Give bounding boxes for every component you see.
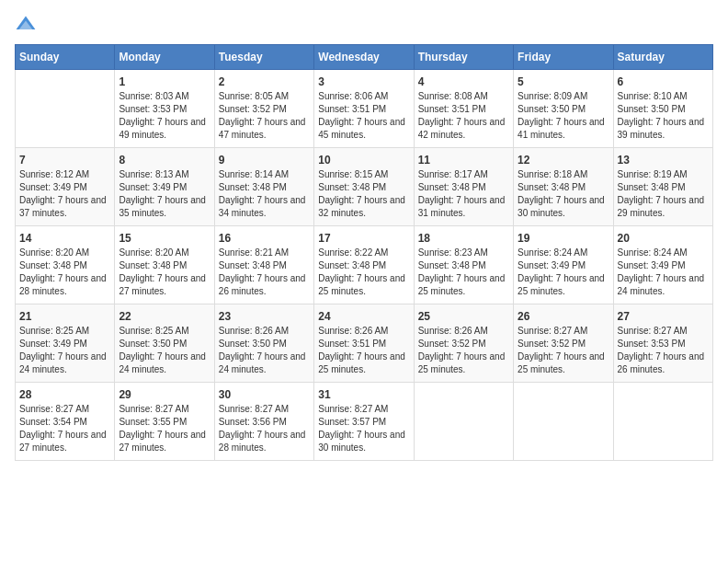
cell-sunset: Sunset: 3:48 PM: [19, 259, 110, 272]
calendar-cell: 27Sunrise: 8:27 AMSunset: 3:53 PMDayligh…: [613, 304, 712, 383]
cell-daylight: Daylight: 7 hours and 37 minutes.: [19, 194, 110, 220]
cell-daylight: Daylight: 7 hours and 30 minutes.: [318, 429, 409, 454]
calendar-cell: 31Sunrise: 8:27 AMSunset: 3:57 PMDayligh…: [314, 383, 414, 461]
cell-date: 11: [418, 154, 509, 167]
calendar-cell: 17Sunrise: 8:22 AMSunset: 3:48 PMDayligh…: [314, 226, 414, 304]
cell-daylight: Daylight: 7 hours and 24 minutes.: [119, 350, 210, 376]
calendar-week-row: 28Sunrise: 8:27 AMSunset: 3:54 PMDayligh…: [16, 383, 713, 461]
cell-daylight: Daylight: 7 hours and 25 minutes.: [318, 272, 409, 298]
cell-sunrise: Sunrise: 8:21 AM: [219, 247, 310, 259]
calendar-cell: 6Sunrise: 8:10 AMSunset: 3:50 PMDaylight…: [613, 70, 712, 148]
logo-icon: [15, 15, 37, 37]
cell-sunrise: Sunrise: 8:24 AM: [618, 247, 709, 259]
cell-date: 21: [19, 310, 110, 323]
calendar-cell: 26Sunrise: 8:27 AMSunset: 3:52 PMDayligh…: [514, 304, 613, 383]
cell-sunset: Sunset: 3:49 PM: [518, 259, 609, 272]
cell-sunrise: Sunrise: 8:26 AM: [418, 325, 509, 338]
cell-sunrise: Sunrise: 8:25 AM: [19, 325, 110, 338]
cell-sunset: Sunset: 3:53 PM: [119, 103, 210, 116]
cell-sunset: Sunset: 3:57 PM: [318, 416, 409, 429]
cell-date: 6: [618, 75, 709, 88]
calendar-cell: 16Sunrise: 8:21 AMSunset: 3:48 PMDayligh…: [214, 226, 313, 304]
cell-daylight: Daylight: 7 hours and 27 minutes.: [119, 429, 210, 454]
calendar-table: SundayMondayTuesdayWednesdayThursdayFrid…: [15, 44, 713, 461]
cell-date: 13: [618, 154, 709, 167]
cell-date: 22: [119, 310, 210, 323]
cell-date: 5: [518, 75, 609, 88]
cell-date: 12: [518, 154, 609, 167]
cell-sunrise: Sunrise: 8:27 AM: [219, 403, 310, 416]
cell-daylight: Daylight: 7 hours and 24 minutes.: [19, 350, 110, 376]
cell-date: 18: [418, 232, 509, 245]
cell-date: 1: [119, 75, 210, 88]
cell-sunset: Sunset: 3:55 PM: [119, 416, 210, 429]
calendar-cell: [16, 70, 115, 148]
calendar-cell: 20Sunrise: 8:24 AMSunset: 3:49 PMDayligh…: [613, 226, 712, 304]
cell-sunrise: Sunrise: 8:22 AM: [318, 247, 409, 259]
cell-date: 23: [219, 310, 310, 323]
calendar-cell: 29Sunrise: 8:27 AMSunset: 3:55 PMDayligh…: [115, 383, 214, 461]
cell-date: 26: [518, 310, 609, 323]
cell-daylight: Daylight: 7 hours and 27 minutes.: [19, 429, 110, 454]
calendar-cell: 19Sunrise: 8:24 AMSunset: 3:49 PMDayligh…: [514, 226, 613, 304]
cell-sunset: Sunset: 3:52 PM: [219, 103, 310, 116]
cell-daylight: Daylight: 7 hours and 42 minutes.: [418, 116, 509, 142]
calendar-cell: 2Sunrise: 8:05 AMSunset: 3:52 PMDaylight…: [214, 70, 313, 148]
cell-sunset: Sunset: 3:49 PM: [19, 181, 110, 194]
cell-daylight: Daylight: 7 hours and 31 minutes.: [418, 194, 509, 220]
cell-sunset: Sunset: 3:53 PM: [618, 338, 709, 350]
cell-daylight: Daylight: 7 hours and 45 minutes.: [318, 116, 409, 142]
cell-daylight: Daylight: 7 hours and 27 minutes.: [119, 272, 210, 298]
cell-daylight: Daylight: 7 hours and 34 minutes.: [219, 194, 310, 220]
header-day-saturday: Saturday: [613, 45, 712, 70]
calendar-cell: 3Sunrise: 8:06 AMSunset: 3:51 PMDaylight…: [314, 70, 414, 148]
calendar-cell: 15Sunrise: 8:20 AMSunset: 3:48 PMDayligh…: [115, 226, 214, 304]
calendar-cell: [414, 383, 513, 461]
cell-sunrise: Sunrise: 8:27 AM: [318, 403, 409, 416]
cell-daylight: Daylight: 7 hours and 41 minutes.: [518, 116, 609, 142]
calendar-cell: 11Sunrise: 8:17 AMSunset: 3:48 PMDayligh…: [414, 148, 513, 226]
calendar-cell: 24Sunrise: 8:26 AMSunset: 3:51 PMDayligh…: [314, 304, 414, 383]
cell-sunset: Sunset: 3:50 PM: [119, 338, 210, 350]
calendar-week-row: 14Sunrise: 8:20 AMSunset: 3:48 PMDayligh…: [16, 226, 713, 304]
cell-sunset: Sunset: 3:51 PM: [418, 103, 509, 116]
cell-daylight: Daylight: 7 hours and 26 minutes.: [618, 350, 709, 376]
cell-daylight: Daylight: 7 hours and 30 minutes.: [518, 194, 609, 220]
cell-date: 27: [618, 310, 709, 323]
cell-sunrise: Sunrise: 8:26 AM: [219, 325, 310, 338]
cell-daylight: Daylight: 7 hours and 25 minutes.: [418, 272, 509, 298]
cell-daylight: Daylight: 7 hours and 47 minutes.: [219, 116, 310, 142]
cell-sunrise: Sunrise: 8:08 AM: [418, 90, 509, 103]
cell-sunrise: Sunrise: 8:15 AM: [318, 168, 409, 181]
calendar-cell: 4Sunrise: 8:08 AMSunset: 3:51 PMDaylight…: [414, 70, 513, 148]
cell-daylight: Daylight: 7 hours and 25 minutes.: [418, 350, 509, 376]
cell-date: 4: [418, 75, 509, 88]
cell-daylight: Daylight: 7 hours and 24 minutes.: [219, 350, 310, 376]
cell-sunrise: Sunrise: 8:26 AM: [318, 325, 409, 338]
header-day-wednesday: Wednesday: [314, 45, 414, 70]
calendar-cell: 5Sunrise: 8:09 AMSunset: 3:50 PMDaylight…: [514, 70, 613, 148]
calendar-header-row: SundayMondayTuesdayWednesdayThursdayFrid…: [16, 45, 713, 70]
cell-daylight: Daylight: 7 hours and 39 minutes.: [618, 116, 709, 142]
cell-sunrise: Sunrise: 8:23 AM: [418, 247, 509, 259]
cell-daylight: Daylight: 7 hours and 25 minutes.: [318, 350, 409, 376]
cell-date: 3: [318, 75, 409, 88]
cell-sunrise: Sunrise: 8:20 AM: [19, 247, 110, 259]
cell-sunset: Sunset: 3:48 PM: [219, 181, 310, 194]
cell-sunset: Sunset: 3:51 PM: [318, 103, 409, 116]
cell-date: 30: [219, 388, 310, 401]
cell-sunrise: Sunrise: 8:14 AM: [219, 168, 310, 181]
cell-sunset: Sunset: 3:48 PM: [318, 181, 409, 194]
cell-date: 14: [19, 232, 110, 245]
cell-date: 16: [219, 232, 310, 245]
cell-date: 20: [618, 232, 709, 245]
calendar-week-row: 7Sunrise: 8:12 AMSunset: 3:49 PMDaylight…: [16, 148, 713, 226]
cell-daylight: Daylight: 7 hours and 26 minutes.: [219, 272, 310, 298]
cell-date: 9: [219, 154, 310, 167]
cell-date: 29: [119, 388, 210, 401]
cell-sunset: Sunset: 3:52 PM: [518, 338, 609, 350]
calendar-cell: 22Sunrise: 8:25 AMSunset: 3:50 PMDayligh…: [115, 304, 214, 383]
cell-date: 31: [318, 388, 409, 401]
cell-date: 24: [318, 310, 409, 323]
cell-sunrise: Sunrise: 8:24 AM: [518, 247, 609, 259]
